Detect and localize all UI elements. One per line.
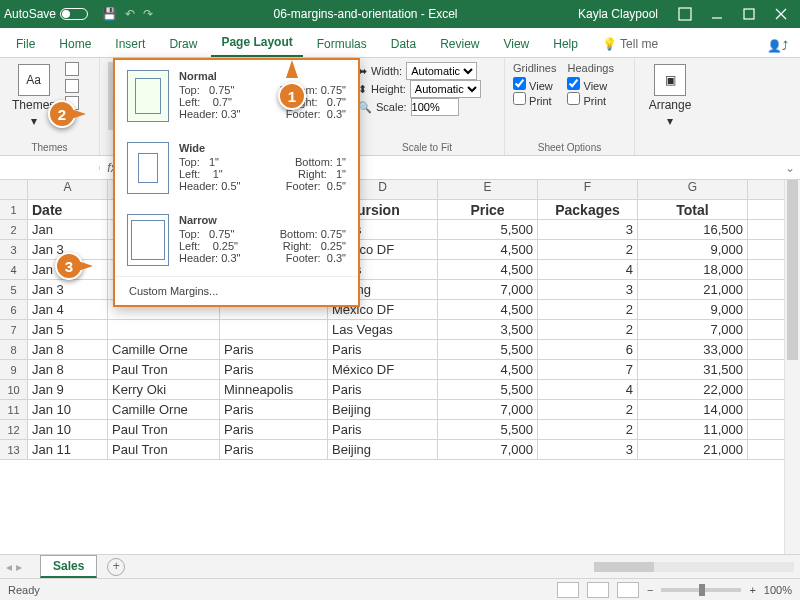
vertical-scrollbar[interactable] <box>784 180 800 554</box>
width-select[interactable]: Automatic <box>406 62 477 80</box>
header-cell[interactable]: Price <box>438 200 538 219</box>
cell[interactable]: Paris <box>220 340 328 359</box>
cell[interactable]: Paul Tron <box>108 420 220 439</box>
cell[interactable]: 2 <box>538 420 638 439</box>
page-break-view-icon[interactable] <box>617 582 639 598</box>
share-button[interactable]: 👤⤴ <box>761 35 794 57</box>
tell-me[interactable]: 💡 Tell me <box>592 31 668 57</box>
cell[interactable]: Beijing <box>328 400 438 419</box>
tab-help[interactable]: Help <box>543 31 588 57</box>
close-icon[interactable] <box>766 0 796 28</box>
zoom-out-icon[interactable]: − <box>647 584 653 596</box>
cell[interactable]: Jan 8 <box>28 360 108 379</box>
cell[interactable]: Paris <box>328 380 438 399</box>
cell[interactable]: 7,000 <box>438 440 538 459</box>
cell[interactable]: Camille Orne <box>108 400 220 419</box>
cell[interactable]: Jan 8 <box>28 340 108 359</box>
cell[interactable]: Paris <box>328 340 438 359</box>
header-cell[interactable]: Total <box>638 200 748 219</box>
cell[interactable]: 21,000 <box>638 440 748 459</box>
add-sheet-button[interactable]: + <box>107 558 125 576</box>
cell[interactable]: 33,000 <box>638 340 748 359</box>
tab-file[interactable]: File <box>6 31 45 57</box>
cell[interactable]: 9,000 <box>638 300 748 319</box>
maximize-icon[interactable] <box>734 0 764 28</box>
tab-draw[interactable]: Draw <box>159 31 207 57</box>
headings-view-checkbox[interactable]: View <box>567 77 613 92</box>
row-header[interactable]: 7 <box>0 320 28 340</box>
height-select[interactable]: Automatic <box>410 80 481 98</box>
row-header[interactable]: 3 <box>0 240 28 260</box>
tab-page-layout[interactable]: Page Layout <box>211 29 302 57</box>
cell[interactable]: Paul Tron <box>108 440 220 459</box>
autosave-toggle[interactable]: AutoSave <box>4 7 88 21</box>
tab-insert[interactable]: Insert <box>105 31 155 57</box>
cell[interactable]: México DF <box>328 360 438 379</box>
cell[interactable]: 7 <box>538 360 638 379</box>
cell[interactable]: 4 <box>538 260 638 279</box>
cell[interactable]: 5,500 <box>438 420 538 439</box>
cell[interactable]: 5,500 <box>438 380 538 399</box>
cell[interactable]: 2 <box>538 400 638 419</box>
row-header[interactable]: 1 <box>0 200 28 220</box>
cell[interactable]: Paul Tron <box>108 360 220 379</box>
cell[interactable]: Las Vegas <box>328 320 438 339</box>
horizontal-scrollbar[interactable] <box>594 562 794 572</box>
page-layout-view-icon[interactable] <box>587 582 609 598</box>
custom-margins-button[interactable]: Custom Margins... <box>115 276 358 305</box>
select-all-button[interactable] <box>0 180 28 199</box>
redo-icon[interactable]: ↷ <box>143 7 153 21</box>
cell[interactable]: 4,500 <box>438 360 538 379</box>
cell[interactable]: 3 <box>538 220 638 239</box>
cell[interactable]: 6 <box>538 340 638 359</box>
tab-view[interactable]: View <box>493 31 539 57</box>
cell[interactable]: Jan 10 <box>28 420 108 439</box>
row-header[interactable]: 4 <box>0 260 28 280</box>
tab-formulas[interactable]: Formulas <box>307 31 377 57</box>
cell[interactable]: 2 <box>538 240 638 259</box>
header-cell[interactable]: Date <box>28 200 108 219</box>
zoom-in-icon[interactable]: + <box>749 584 755 596</box>
cell[interactable]: 4 <box>538 380 638 399</box>
cell[interactable]: Jan 10 <box>28 400 108 419</box>
cell[interactable]: Jan 11 <box>28 440 108 459</box>
gridlines-print-checkbox[interactable]: Print <box>513 92 556 107</box>
cell[interactable]: Jan <box>28 220 108 239</box>
cell[interactable]: Jan 5 <box>28 320 108 339</box>
cell[interactable]: 2 <box>538 300 638 319</box>
fonts-button[interactable] <box>65 79 79 93</box>
cell[interactable]: 4,500 <box>438 240 538 259</box>
cell[interactable]: 4,500 <box>438 300 538 319</box>
cell[interactable]: 5,500 <box>438 340 538 359</box>
tab-review[interactable]: Review <box>430 31 489 57</box>
row-header[interactable]: 8 <box>0 340 28 360</box>
minimize-icon[interactable] <box>702 0 732 28</box>
margins-option-wide[interactable]: Wide Top: 1"Bottom: 1" Left: 1"Right: 1"… <box>115 132 358 204</box>
cell[interactable]: Jan 9 <box>28 380 108 399</box>
sheet-nav-prev-icon[interactable]: ◂ <box>6 560 12 574</box>
cell[interactable]: 16,500 <box>638 220 748 239</box>
row-header[interactable]: 2 <box>0 220 28 240</box>
margins-option-normal[interactable]: Normal Top: 0.75"Bottom: 0.75" Left: 0.7… <box>115 60 358 132</box>
cell[interactable]: 9,000 <box>638 240 748 259</box>
col-header-a[interactable]: A <box>28 180 108 199</box>
tab-home[interactable]: Home <box>49 31 101 57</box>
tab-data[interactable]: Data <box>381 31 426 57</box>
cell[interactable]: 5,500 <box>438 220 538 239</box>
cell[interactable]: 7,000 <box>638 320 748 339</box>
cell[interactable]: Jan 3 <box>28 280 108 299</box>
zoom-slider[interactable] <box>661 588 741 592</box>
row-header[interactable]: 5 <box>0 280 28 300</box>
save-icon[interactable]: 💾 <box>102 7 117 21</box>
expand-formula-bar-icon[interactable]: ⌄ <box>780 161 800 175</box>
cell[interactable]: 7,000 <box>438 400 538 419</box>
cell[interactable]: 21,000 <box>638 280 748 299</box>
normal-view-icon[interactable] <box>557 582 579 598</box>
sheet-nav-next-icon[interactable]: ▸ <box>16 560 22 574</box>
row-header[interactable]: 13 <box>0 440 28 460</box>
cell[interactable]: 18,000 <box>638 260 748 279</box>
row-header[interactable]: 10 <box>0 380 28 400</box>
cell[interactable]: Paris <box>220 360 328 379</box>
row-header[interactable]: 6 <box>0 300 28 320</box>
row-header[interactable]: 12 <box>0 420 28 440</box>
